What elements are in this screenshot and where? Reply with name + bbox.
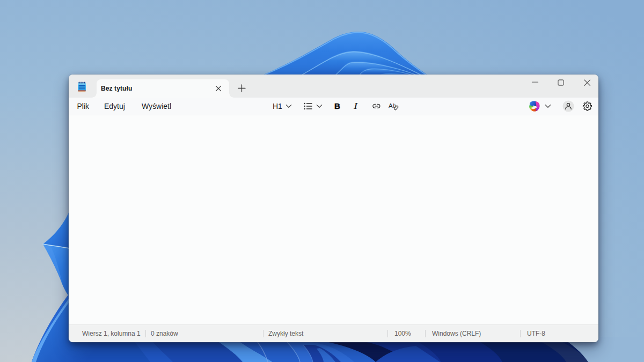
- svg-text:A: A: [389, 102, 393, 109]
